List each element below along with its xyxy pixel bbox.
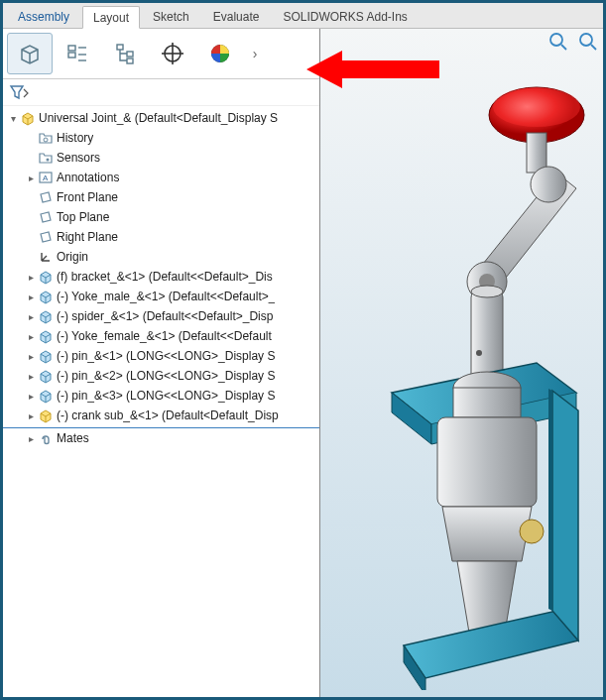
tab-evaluate[interactable]: Evaluate — [202, 5, 271, 28]
svg-point-27 — [471, 286, 503, 297]
node-label: (-) Yoke_female_&<1> (Default<<Default — [55, 329, 272, 343]
history-node[interactable]: History — [3, 128, 319, 148]
expand-icon[interactable]: ▸ — [25, 173, 37, 183]
node-label: (-) spider_&<1> (Default<<Default>_Disp — [55, 309, 273, 323]
origin-node[interactable]: Origin — [3, 247, 319, 267]
plane-icon — [37, 209, 55, 225]
tab-assembly[interactable]: Assembly — [7, 5, 80, 28]
assembly-root-node[interactable]: ▾ Universal Joint_& (Default<Default_Dis… — [3, 108, 319, 128]
component-node[interactable]: ▸ (-) crank sub_&<1> (Default<Default_Di… — [3, 406, 319, 425]
mates-paperclip-icon — [37, 430, 55, 446]
origin-axis-icon — [37, 249, 55, 265]
expand-icon[interactable]: ▸ — [25, 311, 37, 322]
component-node[interactable]: ▸ (-) Yoke_male_&<1> (Default<<Default>_ — [3, 287, 319, 306]
node-label: Mates — [55, 431, 89, 445]
node-label: (-) Yoke_male_&<1> (Default<<Default>_ — [55, 290, 275, 303]
expand-icon[interactable]: ▸ — [25, 433, 37, 444]
plane-icon — [37, 189, 55, 205]
svg-rect-1 — [68, 53, 75, 58]
display-manager-tab[interactable] — [197, 33, 243, 74]
part-icon — [37, 308, 55, 324]
svg-rect-6 — [127, 52, 133, 57]
component-node[interactable]: ▸ (-) pin_&<1> (LONG<<LONG>_Display S — [3, 346, 319, 366]
list-boxes-icon — [64, 41, 90, 66]
command-manager-tabs: Assembly Layout Sketch Evaluate SOLIDWOR… — [3, 3, 603, 29]
part-icon — [37, 368, 55, 384]
expand-icon[interactable]: ▸ — [25, 371, 37, 382]
svg-rect-31 — [437, 417, 537, 507]
svg-point-33 — [520, 520, 544, 543]
component-node[interactable]: ▸ (-) Yoke_female_&<1> (Default<<Default — [3, 326, 319, 346]
node-label: Top Plane — [55, 210, 109, 224]
part-icon — [37, 348, 55, 364]
component-node[interactable]: ▸ (-) pin_&<2> (LONG<<LONG>_Display S — [3, 366, 319, 386]
annotations-icon: A — [37, 170, 55, 185]
expand-icon[interactable]: ▸ — [25, 351, 37, 362]
svg-rect-7 — [127, 58, 133, 63]
svg-point-16 — [550, 34, 562, 46]
svg-rect-30 — [453, 388, 521, 417]
crosshair-target-icon — [160, 41, 185, 66]
node-label: Sensors — [55, 151, 100, 165]
node-label: (-) pin_&<3> (LONG<<LONG>_Display S — [55, 389, 275, 403]
part-icon — [37, 328, 55, 344]
expand-icon[interactable]: ▸ — [25, 391, 37, 402]
node-label: Annotations — [55, 171, 119, 184]
feature-manager-tab[interactable] — [7, 33, 53, 74]
node-label: (-) pin_&<2> (LONG<<LONG>_Display S — [55, 369, 275, 383]
node-label: History — [55, 131, 93, 145]
front-plane-node[interactable]: Front Plane — [3, 187, 319, 207]
folder-history-icon — [37, 130, 55, 146]
part-icon — [37, 388, 55, 404]
panel-tab-row: › — [3, 29, 319, 79]
sensors-node[interactable]: Sensors — [3, 148, 319, 168]
node-label: Right Plane — [55, 230, 118, 244]
filter-row — [3, 79, 319, 106]
component-node[interactable]: ▸ (f) bracket_&<1> (Default<<Default>_Di… — [3, 267, 319, 287]
node-label: Universal Joint_& (Default<Default_Displ… — [37, 111, 278, 125]
expand-icon[interactable]: ▸ — [25, 410, 37, 421]
tab-layout[interactable]: Layout — [82, 6, 140, 29]
part-icon — [37, 269, 55, 285]
tab-addins[interactable]: SOLIDWORKS Add-Ins — [272, 5, 418, 28]
model-3d-render — [320, 49, 603, 697]
svg-rect-26 — [471, 292, 503, 381]
dimxpert-manager-tab[interactable] — [150, 33, 195, 74]
plane-icon — [37, 229, 55, 245]
annotations-node[interactable]: ▸ A Annotations — [3, 168, 319, 187]
component-node[interactable]: ▸ (-) pin_&<3> (LONG<<LONG>_Display S — [3, 386, 319, 406]
svg-point-23 — [531, 167, 566, 202]
svg-rect-22 — [527, 133, 546, 173]
svg-rect-0 — [68, 46, 75, 51]
expand-icon[interactable]: ▸ — [25, 272, 37, 283]
configuration-manager-tab[interactable] — [102, 33, 148, 74]
node-label: Front Plane — [55, 190, 118, 204]
graphics-viewport[interactable] — [320, 29, 603, 697]
top-plane-node[interactable]: Top Plane — [3, 207, 319, 227]
tree-hierarchy-icon — [112, 41, 138, 66]
color-ball-icon — [207, 41, 233, 66]
svg-point-12 — [44, 138, 48, 142]
node-label: Origin — [55, 250, 88, 264]
expand-icon[interactable]: ▸ — [25, 292, 37, 302]
svg-point-13 — [47, 159, 50, 162]
expand-icon[interactable]: ▸ — [25, 331, 37, 342]
svg-rect-5 — [117, 45, 123, 50]
right-plane-node[interactable]: Right Plane — [3, 227, 319, 247]
svg-point-28 — [476, 350, 482, 356]
node-label: (-) pin_&<1> (LONG<<LONG>_Display S — [55, 349, 275, 363]
tab-sketch[interactable]: Sketch — [142, 5, 200, 28]
part-icon — [37, 289, 55, 304]
panel-overflow-button[interactable]: › — [245, 46, 265, 61]
collapse-icon[interactable]: ▾ — [7, 113, 19, 124]
mates-node[interactable]: ▸ Mates — [3, 428, 319, 448]
node-label: (-) crank sub_&<1> (Default<Default_Disp — [55, 408, 279, 422]
svg-point-21 — [493, 87, 580, 127]
cube-wireframe-icon — [17, 41, 43, 66]
feature-manager-panel: › ▾ Universal Joint_& (Default<Default_D… — [3, 29, 320, 697]
svg-text:A: A — [43, 174, 49, 182]
property-manager-tab[interactable] — [55, 33, 100, 74]
funnel-filter-icon[interactable] — [9, 83, 31, 101]
universal-joint-model-icon — [328, 56, 596, 690]
component-node[interactable]: ▸ (-) spider_&<1> (Default<<Default>_Dis… — [3, 306, 319, 326]
